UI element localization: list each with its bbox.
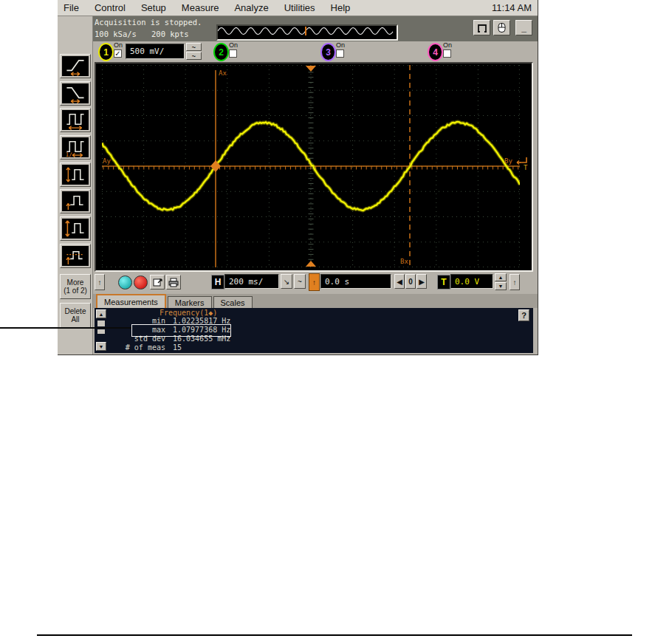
- export-button[interactable]: [150, 275, 165, 290]
- svg-text:Ay: Ay: [103, 157, 111, 165]
- v-peak-peak-icon: [62, 219, 89, 239]
- sample-rate: 100 kSa/s: [95, 30, 137, 38]
- trigger-level-up-button[interactable]: ▲: [495, 273, 507, 281]
- menu-setup[interactable]: Setup: [141, 2, 166, 13]
- channel-1-on-label: On: [114, 42, 123, 49]
- delay-zero-button[interactable]: 0: [405, 274, 416, 289]
- v-amplitude-button[interactable]: [60, 162, 91, 187]
- more-button[interactable]: More(1 of 2): [60, 274, 91, 299]
- memory-depth: 200 kpts: [151, 30, 189, 38]
- acquisition-mode-button[interactable]: [473, 20, 490, 35]
- oscilloscope-screenshot: File Control Setup Measure Analyze Utili…: [58, 0, 538, 355]
- menu-help[interactable]: Help: [331, 2, 351, 13]
- svg-text:Bx: Bx: [400, 258, 408, 265]
- tab-measurements[interactable]: Measurements: [96, 294, 166, 308]
- trigger-position-marker[interactable]: ↑: [309, 273, 320, 291]
- svg-text:Ax: Ax: [219, 69, 227, 77]
- v-min-icon: [62, 191, 89, 211]
- export-icon: [153, 278, 162, 287]
- channel-2-on-label: On: [229, 42, 238, 49]
- menu-utilities[interactable]: Utilities: [284, 2, 315, 13]
- callout-line: [0, 327, 131, 329]
- svg-text:T: T: [524, 164, 528, 171]
- help-button[interactable]: ?: [518, 309, 529, 321]
- trigger-level-down-button[interactable]: ▼: [495, 282, 507, 290]
- overview-waveform: [218, 26, 394, 36]
- stat-row-count: # of meas15: [99, 343, 230, 352]
- delay-left-button[interactable]: ◀: [394, 274, 405, 289]
- print-button[interactable]: [166, 275, 181, 290]
- channel-1-on-checkbox[interactable]: ✓: [114, 49, 122, 58]
- run-button[interactable]: [118, 275, 132, 290]
- trigger-label: T: [437, 275, 450, 290]
- svg-text:By: By: [504, 157, 512, 165]
- waveform-display[interactable]: AxBxAyBy T: [95, 62, 533, 272]
- pulse-icon: [477, 23, 487, 33]
- trigger-level-indicator-icon[interactable]: T: [514, 155, 530, 171]
- svg-text:1/: 1/: [66, 151, 73, 157]
- mouse-icon: [497, 22, 507, 33]
- channel-3-on-label: On: [336, 42, 345, 49]
- delay-right-button[interactable]: ▶: [416, 274, 427, 289]
- timebase-fine-button[interactable]: ↘: [281, 274, 292, 289]
- printer-icon: [168, 278, 179, 287]
- channel-4-on-label: On: [443, 42, 452, 49]
- v-peak-peak-button[interactable]: [60, 216, 91, 241]
- v-amplitude-icon: [62, 165, 89, 185]
- minimize-button[interactable]: _: [515, 20, 532, 35]
- stop-button[interactable]: [134, 275, 148, 290]
- measurement-title: Frequency(1◆): [159, 309, 217, 317]
- channel-4-on-checkbox[interactable]: [443, 49, 451, 58]
- document-page: File Control Setup Measure Analyze Utili…: [0, 0, 669, 644]
- rise-time-icon: [62, 56, 89, 76]
- pulse-width-icon: [62, 110, 89, 130]
- page-footer-rule: [37, 634, 632, 636]
- channel-3-on-checkbox[interactable]: [336, 49, 344, 58]
- channel-1-scale-display[interactable]: 500 mV/: [126, 44, 185, 59]
- frequency-button[interactable]: 1/: [60, 135, 91, 160]
- channel-2-on-checkbox[interactable]: [229, 49, 237, 58]
- channel-2-button[interactable]: 2: [213, 43, 229, 61]
- waveform-overview-bar[interactable]: [216, 24, 398, 41]
- menu-file[interactable]: File: [64, 2, 79, 13]
- rise-time-button[interactable]: [60, 54, 91, 78]
- clock: 11:14 AM: [492, 2, 532, 13]
- menu-measure[interactable]: Measure: [182, 2, 219, 13]
- v-min-button[interactable]: [60, 189, 91, 213]
- fall-time-icon: [62, 83, 89, 103]
- menu-control[interactable]: Control: [95, 2, 126, 13]
- mouse-mode-button[interactable]: [493, 20, 510, 35]
- trigger-level-display[interactable]: 0.0 V: [450, 274, 493, 289]
- timebase-display[interactable]: 200 ms/: [224, 274, 279, 289]
- fall-time-button[interactable]: [60, 81, 91, 106]
- channel-3-button[interactable]: 3: [320, 43, 336, 61]
- v-average-button[interactable]: [60, 244, 91, 268]
- callout-highlight-box: [131, 324, 231, 337]
- expand-up-right-button[interactable]: ↑: [510, 274, 520, 290]
- tab-markers[interactable]: Markers: [168, 296, 212, 308]
- tab-strip: Measurements Markers Scales: [96, 294, 253, 308]
- frequency-icon: 1/: [62, 137, 89, 157]
- tab-scales[interactable]: Scales: [213, 296, 253, 308]
- timebase-coarse-button[interactable]: ~: [294, 274, 306, 289]
- horizontal-label: H: [211, 275, 224, 290]
- menu-analyze[interactable]: Analyze: [234, 2, 268, 13]
- pulse-width-button[interactable]: [60, 108, 91, 132]
- graticule-and-trace: AxBxAyBy: [102, 65, 520, 267]
- v-average-icon: [62, 246, 89, 266]
- channel-1-scale-up-button[interactable]: ~: [186, 43, 202, 51]
- minimize-icon: _: [521, 23, 526, 33]
- channel-1-scale-down-button[interactable]: ~: [186, 52, 202, 60]
- acquisition-status: Acquisition is stopped.: [95, 18, 202, 27]
- delete-all-button[interactable]: DeleteAll: [60, 303, 91, 328]
- delay-display[interactable]: 0.0 s: [320, 274, 391, 289]
- channel-4-button[interactable]: 4: [428, 43, 443, 61]
- menu-bar: File Control Setup Measure Analyze Utili…: [58, 0, 538, 16]
- expand-up-left-button[interactable]: ↑: [95, 274, 105, 290]
- channel-1-button[interactable]: 1: [98, 43, 114, 61]
